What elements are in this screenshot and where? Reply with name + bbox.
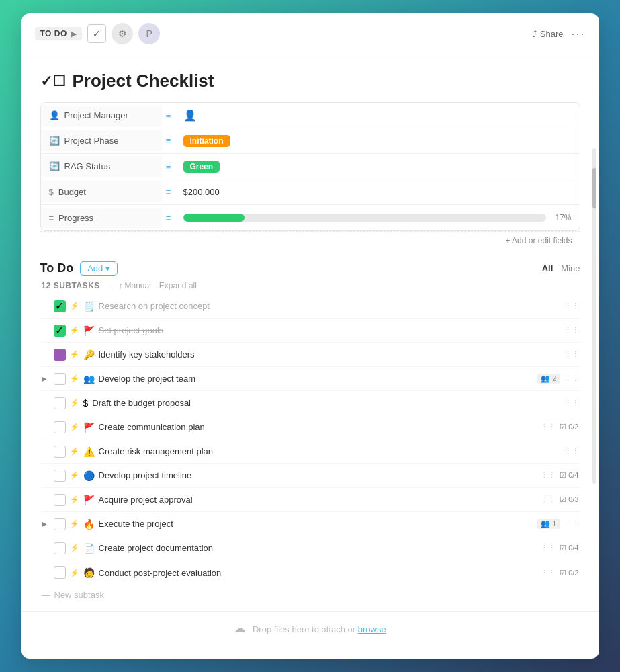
task-emoji: 🔵 <box>83 470 95 481</box>
drag-icon[interactable]: ⋮⋮ <box>541 495 556 504</box>
field-value-phase[interactable]: Initiation <box>175 130 580 153</box>
drag-icon[interactable]: ⋮⋮ <box>564 350 579 359</box>
check-button[interactable]: ✓ <box>87 24 106 43</box>
priority-icon[interactable]: ⚡ <box>70 350 79 359</box>
priority-icon[interactable]: ⚡ <box>70 302 79 310</box>
phase-badge[interactable]: Initiation <box>183 135 230 147</box>
filter-mine[interactable]: Mine <box>561 263 580 274</box>
new-subtask-label[interactable]: New subtask <box>54 590 104 600</box>
task-checkbox[interactable] <box>54 421 66 433</box>
add-edit-fields[interactable]: + Add or edit fields <box>40 231 580 249</box>
field-label-text-rag: RAG Status <box>64 161 111 171</box>
priority-icon[interactable]: ⚡ <box>70 423 79 431</box>
task-name[interactable]: Create communication plan <box>99 422 535 432</box>
more-button[interactable]: ··· <box>571 27 585 41</box>
task-name[interactable]: Create project documentation <box>99 543 535 553</box>
list-item: ▶ ⚡ 🔥 Execute the project 👥 1 ⋮⋮ <box>40 512 580 536</box>
task-name[interactable]: Create risk management plan <box>99 446 558 456</box>
add-button[interactable]: Add ▾ <box>80 261 118 276</box>
manual-label[interactable]: ↑ Manual <box>118 281 151 290</box>
field-label-text-manager: Project Manager <box>64 110 128 120</box>
task-name[interactable]: Conduct post-project evaluation <box>99 568 535 578</box>
task-name[interactable]: Acquire project approval <box>99 495 535 505</box>
task-checkbox[interactable] <box>54 349 66 361</box>
field-value-budget[interactable]: $200,000 <box>175 181 580 202</box>
field-value-rag[interactable]: Green <box>175 155 580 178</box>
drag-icon[interactable]: ⋮⋮ <box>564 447 579 456</box>
list-item: ⚡ 🔵 Develop project timeline ⋮⋮ ☑ 0/4 <box>40 464 580 488</box>
avatar-icon[interactable]: P <box>138 23 160 44</box>
drag-icon[interactable]: ⋮⋮ <box>564 302 579 310</box>
drag-icon[interactable]: ⋮⋮ <box>564 519 579 528</box>
share-button[interactable]: ⤴ Share <box>533 29 564 39</box>
list-item: ⚡ 🚩 Acquire project approval ⋮⋮ ☑ 0/3 <box>40 488 580 512</box>
drag-icon[interactable]: ⋮⋮ <box>541 471 556 480</box>
priority-icon[interactable]: ⚡ <box>70 495 79 504</box>
priority-icon[interactable]: ⚡ <box>70 471 79 480</box>
priority-icon[interactable]: ⚡ <box>70 569 79 577</box>
drag-icon[interactable]: ⋮⋮ <box>564 326 579 335</box>
task-meta: ⋮⋮ <box>564 350 579 359</box>
field-value-manager[interactable]: 👤 <box>175 103 580 127</box>
progress-bar-bg <box>183 214 546 222</box>
task-checkbox[interactable] <box>54 397 66 409</box>
task-checkbox[interactable] <box>54 470 66 482</box>
task-name[interactable]: Develop project timeline <box>99 470 535 480</box>
expand-all-label[interactable]: Expand all <box>159 281 197 290</box>
task-checkbox[interactable] <box>54 373 66 385</box>
task-list: ✓ ⚡ 🗒️ Research on project concept ⋮⋮ ✓ … <box>40 294 580 585</box>
filter-all[interactable]: All <box>542 263 553 274</box>
task-name[interactable]: Develop the project team <box>99 374 531 384</box>
field-sep-phase: ≡ <box>162 136 175 146</box>
priority-icon[interactable]: ⚡ <box>70 519 79 528</box>
todo-section-title: To Do <box>40 261 74 276</box>
field-label-phase: 🔄 Project Phase <box>41 130 162 151</box>
settings-icon[interactable]: ⚙ <box>112 23 133 44</box>
task-meta: ⋮⋮ ☑ 0/2 <box>541 569 578 577</box>
list-item: ⚡ 🚩 Create communication plan ⋮⋮ ☑ 0/2 <box>40 415 580 439</box>
priority-icon[interactable]: ⚡ <box>70 398 79 407</box>
drag-icon[interactable]: ⋮⋮ <box>541 569 556 577</box>
browse-link[interactable]: browse <box>358 624 386 634</box>
list-item: ✓ ⚡ 🚩 Set project goals ⋮⋮ <box>40 319 580 343</box>
task-name[interactable]: Research on project concept <box>99 301 558 311</box>
rag-badge[interactable]: Green <box>183 161 220 173</box>
drag-icon[interactable]: ⋮⋮ <box>564 374 579 383</box>
todo-badge[interactable]: TO DO ▶ <box>35 27 83 40</box>
checklist-badge: ☑ 0/4 <box>560 471 578 480</box>
priority-icon[interactable]: ⚡ <box>70 544 79 552</box>
task-name[interactable]: Execute the project <box>99 519 531 529</box>
expand-icon[interactable]: ▶ <box>42 520 50 528</box>
list-item: ⚡ 🧑 Conduct post-project evaluation ⋮⋮ ☑… <box>40 560 580 585</box>
task-checkbox[interactable]: ✓ <box>54 300 66 312</box>
scrollbar[interactable] <box>592 148 596 484</box>
task-name[interactable]: Set project goals <box>99 325 558 335</box>
task-checkbox[interactable] <box>54 494 66 506</box>
field-label-progress: ≡ Progress <box>41 208 162 228</box>
todo-section: To Do Add ▾ All Mine 12 SUBTASKS · ↑ Man… <box>21 249 599 605</box>
field-row-progress: ≡ Progress ≡ 17% <box>41 205 580 230</box>
task-checkbox[interactable] <box>54 566 66 579</box>
priority-icon[interactable]: ⚡ <box>70 326 79 335</box>
priority-icon[interactable]: ⚡ <box>70 374 79 383</box>
drag-icon[interactable]: ⋮⋮ <box>541 544 556 552</box>
drag-icon[interactable]: ⋮⋮ <box>564 398 579 407</box>
expand-icon[interactable]: ▶ <box>42 375 50 382</box>
list-item: ⚡ 📄 Create project documentation ⋮⋮ ☑ 0/… <box>40 536 580 560</box>
task-checkbox[interactable] <box>54 542 66 554</box>
task-emoji: 🔑 <box>83 349 95 360</box>
scrollbar-thumb[interactable] <box>592 168 596 208</box>
checklist-badge: ☑ 0/2 <box>560 423 578 431</box>
field-value-progress[interactable]: 17% <box>175 208 580 228</box>
task-meta: 👥 2 ⋮⋮ <box>537 374 578 384</box>
field-label-text-phase: Project Phase <box>64 136 119 146</box>
priority-icon[interactable]: ⚡ <box>70 447 79 456</box>
drag-icon[interactable]: ⋮⋮ <box>541 423 556 431</box>
task-checkbox[interactable]: ✓ <box>54 325 66 337</box>
task-checkbox[interactable] <box>54 518 66 530</box>
task-checkbox[interactable] <box>54 446 66 458</box>
task-name[interactable]: Draft the budget proposal <box>92 398 557 408</box>
task-name[interactable]: Identify key stakeholders <box>99 349 558 360</box>
new-subtask-row[interactable]: — New subtask <box>40 585 580 605</box>
field-label-budget: $ Budget <box>41 181 162 202</box>
